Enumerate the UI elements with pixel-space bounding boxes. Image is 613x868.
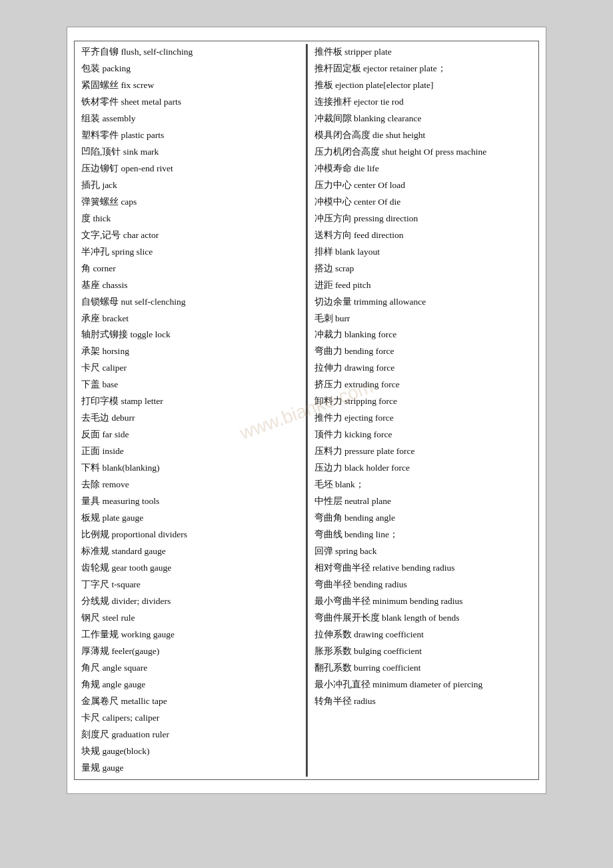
list-item: 量规 gauge — [81, 760, 299, 777]
list-item: 量具 measuring tools — [81, 493, 299, 510]
list-item: 去除 remove — [81, 477, 299, 493]
list-item: 推件力 ejecting force — [314, 410, 532, 427]
list-item: 胀形系数 bulging coefficient — [314, 643, 532, 660]
list-item: 回弹 spring back — [314, 543, 532, 560]
list-item: 角尺 angle square — [81, 660, 299, 677]
list-item: 冲模寿命 die life — [314, 161, 532, 177]
list-item: 排样 blank layout — [314, 244, 532, 261]
list-item: 毛坯 blank； — [314, 477, 532, 493]
list-item: 冲压方向 pressing direction — [314, 211, 532, 227]
list-item: 下盖 base — [81, 377, 299, 393]
list-item: 金属卷尺 metallic tape — [81, 693, 299, 710]
list-item: 角 corner — [81, 261, 299, 277]
list-item: 板规 plate gauge — [81, 510, 299, 527]
list-item: 去毛边 deburr — [81, 410, 299, 427]
list-item: 轴肘式铆接 toggle lock — [81, 327, 299, 343]
list-item: 弹簧螺丝 caps — [81, 194, 299, 211]
list-item: 角规 angle gauge — [81, 677, 299, 693]
list-item: 冲模中心 center Of die — [314, 194, 532, 211]
list-item: 最小冲孔直径 minimum diameter of piercing — [314, 677, 532, 693]
main-page: www.bianke.com 平齐自铆 flush, self-clinchin… — [67, 27, 546, 794]
list-item: 切边余量 trimming allowance — [314, 294, 532, 311]
list-item: 压边铆钉 open-end rivet — [81, 161, 299, 177]
list-item: 转角半径 radius — [314, 693, 532, 710]
list-item: 度 thick — [81, 211, 299, 227]
list-item: 拉伸力 drawing force — [314, 360, 532, 377]
list-item: 自锁螺母 nut self-clenching — [81, 294, 299, 311]
list-item: 模具闭合高度 die shut height — [314, 127, 532, 144]
list-item: 冲裁力 blanking force — [314, 327, 532, 343]
list-item: 毛刺 burr — [314, 311, 532, 327]
list-item: 卡尺 calipers; caliper — [81, 710, 299, 727]
list-item: 弯曲线 bending line； — [314, 527, 532, 543]
list-item: 弯曲力 bending force — [314, 343, 532, 360]
list-item: 打印字模 stamp letter — [81, 393, 299, 410]
list-item: 块规 gauge(block) — [81, 743, 299, 760]
list-item: 标准规 standard gauge — [81, 543, 299, 560]
list-item: 挤压力 extruding force — [314, 377, 532, 393]
list-item: 压力机闭合高度 shut height Of press machine — [314, 144, 532, 161]
list-item: 中性层 neutral plane — [314, 493, 532, 510]
list-item: 承架 horsing — [81, 343, 299, 360]
list-item: 塑料零件 plastic parts — [81, 127, 299, 144]
list-item: 包装 packing — [81, 61, 299, 77]
list-item: 正面 inside — [81, 443, 299, 460]
list-item: 厚薄规 feeler(gauge) — [81, 643, 299, 660]
list-item: 最小弯曲半径 minimum bending radius — [314, 593, 532, 610]
list-item: 刻度尺 graduation ruler — [81, 727, 299, 743]
list-item: 承座 bracket — [81, 311, 299, 327]
list-item: 搭边 scrap — [314, 261, 532, 277]
list-item: 推件板 stripper plate — [314, 44, 532, 61]
list-item: 紧固螺丝 fix screw — [81, 77, 299, 94]
list-item: 相对弯曲半径 relative bending radius — [314, 560, 532, 577]
list-item: 拉伸系数 drawing coefficient — [314, 627, 532, 643]
list-item: 推板 ejection plate[elector plate] — [314, 77, 532, 94]
list-item: 卡尺 caliper — [81, 360, 299, 377]
list-item: 进距 feed pitch — [314, 277, 532, 294]
list-item: 弯曲半径 bending radius — [314, 577, 532, 593]
list-item: 顶件力 kicking force — [314, 427, 532, 443]
list-item: 半冲孔 spring slice — [81, 244, 299, 261]
list-item: 基座 chassis — [81, 277, 299, 294]
list-item: 推杆固定板 ejector retainer plate； — [314, 61, 532, 77]
list-item: 分线规 divider; dividers — [81, 593, 299, 610]
list-item: 组装 assembly — [81, 111, 299, 127]
right-column: 推件板 stripper plate推杆固定板 ejector retainer… — [308, 44, 539, 777]
list-item: 反面 far side — [81, 427, 299, 443]
list-item: 压料力 pressure plate force — [314, 443, 532, 460]
list-item: 连接推杆 ejector tie rod — [314, 94, 532, 111]
list-item: 钢尺 steel rule — [81, 610, 299, 627]
list-item: 压边力 black holder force — [314, 460, 532, 477]
list-item: 弯曲件展开长度 blank length of bends — [314, 610, 532, 627]
list-item: 比例规 proportional dividers — [81, 527, 299, 543]
list-item: 凹陷,顶针 sink mark — [81, 144, 299, 161]
list-item: 下料 blank(blanking) — [81, 460, 299, 477]
list-item: 丁字尺 t-square — [81, 577, 299, 593]
list-item: 卸料力 stripping force — [314, 393, 532, 410]
list-item: 冲裁间隙 blanking clearance — [314, 111, 532, 127]
list-item: 弯曲角 bending angle — [314, 510, 532, 527]
list-item: 平齐自铆 flush, self-clinching — [81, 44, 299, 61]
list-item: 送料方向 feed direction — [314, 227, 532, 244]
list-item: 压力中心 center Of load — [314, 177, 532, 194]
list-item: 文字,记号 char actor — [81, 227, 299, 244]
list-item: 翻孔系数 burring coefficient — [314, 660, 532, 677]
list-item: 铁材零件 sheet metal parts — [81, 94, 299, 111]
list-item: 齿轮规 gear tooth gauge — [81, 560, 299, 577]
list-item: 插孔 jack — [81, 177, 299, 194]
list-item: 工作量规 working gauge — [81, 627, 299, 643]
left-column: 平齐自铆 flush, self-clinching包装 packing紧固螺丝… — [75, 44, 306, 777]
